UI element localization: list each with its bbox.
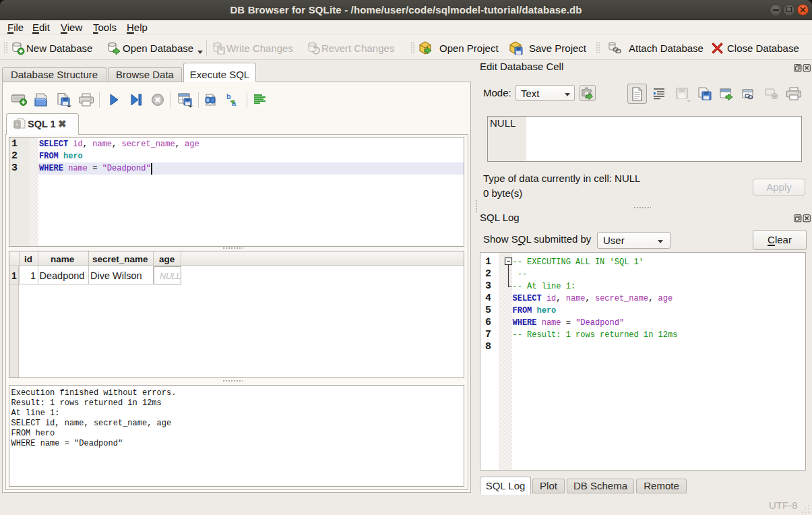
svg-text:b: b [226,92,231,100]
